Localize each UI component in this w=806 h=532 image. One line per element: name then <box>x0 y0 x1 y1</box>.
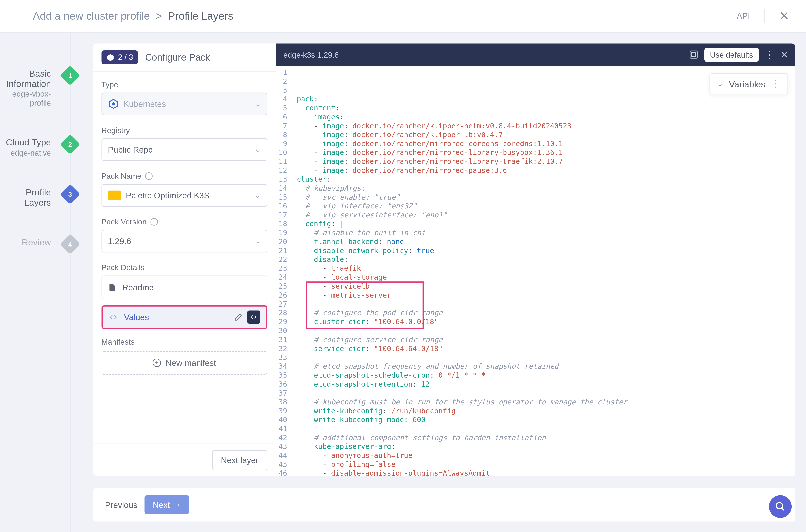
code-view-icon[interactable] <box>247 310 260 324</box>
more-icon[interactable]: ⋮ <box>771 78 781 89</box>
chevron-down-icon: ⌄ <box>255 237 261 245</box>
step-title: Cloud Type <box>0 137 51 147</box>
step-title: Review <box>0 237 51 247</box>
svg-marker-0 <box>107 54 113 61</box>
variables-label: Variables <box>729 79 766 89</box>
line-gutter: 1234567891011121314151617181920212223242… <box>276 66 292 476</box>
registry-label: Registry <box>102 126 268 135</box>
packversion-select[interactable]: 1.29.6 ⌄ <box>102 230 268 252</box>
panel-title: Configure Pack <box>145 52 210 63</box>
kubernetes-icon <box>108 99 119 109</box>
edit-icon[interactable] <box>232 310 245 324</box>
svg-rect-3 <box>690 51 697 58</box>
svg-point-2 <box>112 103 115 106</box>
chevron-down-icon: ⌄ <box>255 146 261 154</box>
close-icon[interactable]: ✕ <box>779 9 789 23</box>
editor-close-icon[interactable]: ✕ <box>781 49 788 60</box>
code-content[interactable]: pack: content: images: - image: docker.i… <box>292 66 795 476</box>
configure-pack-panel: 2 / 3 Configure Pack Type Kubernetes ⌄ R… <box>93 43 276 476</box>
step-subtitle: edge-vbox-profile <box>0 90 51 108</box>
more-icon[interactable]: ⋮ <box>765 49 774 60</box>
step-cloud-type[interactable]: Cloud Type edge-native 2 <box>0 131 70 163</box>
next-layer-button[interactable]: Next layer <box>212 450 267 470</box>
editor-title: edge-k3s 1.29.6 <box>283 50 339 59</box>
type-label: Type <box>102 80 268 89</box>
registry-select[interactable]: Public Repo ⌄ <box>102 138 268 161</box>
packname-label: Pack Name i <box>102 172 268 180</box>
packname-select[interactable]: Palette Optimized K3S ⌄ <box>102 184 268 207</box>
k3s-icon <box>108 191 121 200</box>
values-item[interactable]: Values <box>102 305 268 329</box>
previous-button[interactable]: Previous <box>105 500 137 510</box>
help-fab[interactable] <box>769 495 792 518</box>
arrow-right-icon: → <box>173 501 181 509</box>
new-manifest-button[interactable]: + New manifest <box>102 351 268 375</box>
step-review[interactable]: Review 4 <box>0 231 70 253</box>
plus-icon: + <box>152 359 161 367</box>
next-label: Next <box>153 500 170 510</box>
header-divider <box>764 9 765 23</box>
manifests-label: Manifests <box>102 337 268 346</box>
packversion-label: Pack Version i <box>102 217 268 226</box>
registry-value: Public Repo <box>108 145 153 154</box>
readme-label: Readme <box>122 283 153 292</box>
step-basic-information[interactable]: Basic Information edge-vbox-profile 1 <box>0 62 70 113</box>
info-icon[interactable]: i <box>150 218 158 226</box>
variables-panel-toggle[interactable]: ⌄ Variables ⋮ <box>709 73 788 94</box>
step-title: Profile Layers <box>0 187 51 207</box>
layers-icon[interactable] <box>689 50 698 59</box>
chevron-down-icon: ⌄ <box>255 100 261 108</box>
code-editor[interactable]: 1234567891011121314151617181920212223242… <box>276 66 795 476</box>
info-icon[interactable]: i <box>145 172 153 180</box>
wizard-sidebar: Basic Information edge-vbox-profile 1 Cl… <box>0 33 71 532</box>
chevron-down-icon: ⌄ <box>717 79 723 88</box>
svg-rect-4 <box>691 53 695 57</box>
wizard-footer: Previous Next → <box>93 488 795 521</box>
breadcrumb-separator: > <box>156 10 162 22</box>
use-defaults-button[interactable]: Use defaults <box>704 48 759 61</box>
packdetails-label: Pack Details <box>102 263 268 272</box>
header: Add a new cluster profile > Profile Laye… <box>0 0 806 33</box>
breadcrumb-current: Profile Layers <box>168 10 233 22</box>
step-profile-layers[interactable]: Profile Layers 3 <box>0 181 70 213</box>
pack-progress-badge: 2 / 3 <box>102 51 138 64</box>
values-label: Values <box>124 312 149 322</box>
kubernetes-icon <box>106 53 114 61</box>
packname-value: Palette Optimized K3S <box>126 191 210 200</box>
breadcrumb: Add a new cluster profile > Profile Laye… <box>33 10 233 22</box>
readme-item[interactable]: Readme <box>102 276 268 299</box>
svg-line-6 <box>782 508 784 510</box>
breadcrumb-root[interactable]: Add a new cluster profile <box>33 10 150 22</box>
step-subtitle: edge-native <box>0 148 51 157</box>
search-icon <box>775 501 786 512</box>
type-value: Kubernetes <box>123 99 166 109</box>
step-title: Basic Information <box>0 68 51 89</box>
pack-progress-text: 2 / 3 <box>118 53 133 62</box>
packversion-value: 1.29.6 <box>108 236 131 246</box>
svg-point-5 <box>776 503 783 509</box>
chevron-down-icon: ⌄ <box>255 191 261 200</box>
code-icon <box>108 314 118 321</box>
editor-panel: edge-k3s 1.29.6 Use defaults ⋮ ✕ 1234567… <box>276 43 795 476</box>
next-button[interactable]: Next → <box>145 495 189 514</box>
type-select: Kubernetes ⌄ <box>102 93 268 115</box>
new-manifest-label: New manifest <box>166 358 216 368</box>
api-link[interactable]: API <box>737 11 750 21</box>
file-icon <box>108 283 116 292</box>
